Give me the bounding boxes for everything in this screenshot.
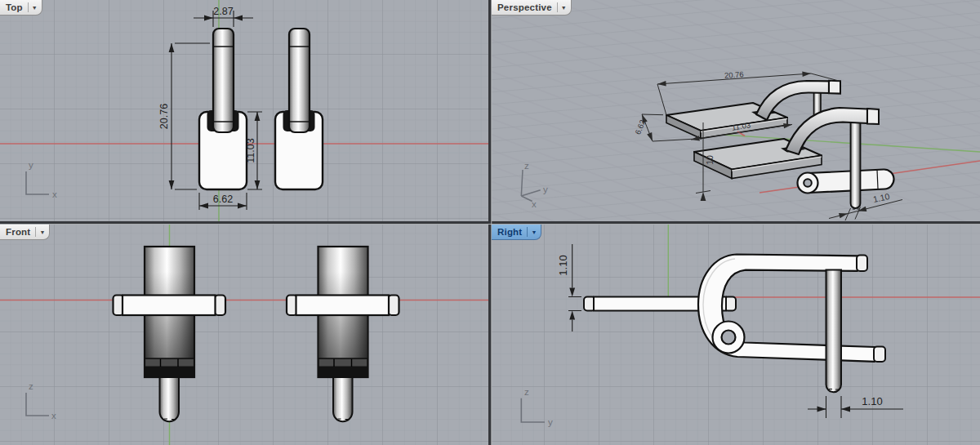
svg-text:y: y <box>548 417 553 427</box>
viewport-tab-front-label: Front <box>6 227 30 237</box>
chevron-down-icon[interactable]: ▼ <box>561 3 567 11</box>
viewport-tab-perspective-label: Perspective <box>497 2 552 12</box>
chevron-down-icon[interactable]: ▼ <box>39 228 45 235</box>
viewport-perspective[interactable]: 20.76 6.62 11.03 10 1.10 z y <box>490 0 980 221</box>
viewport-tab-top-label: Top <box>6 2 23 12</box>
viewports-canvas: 2.87 20.76 11.03 6.62 y x <box>0 0 980 445</box>
svg-text:z: z <box>524 387 529 397</box>
svg-text:z: z <box>524 161 529 171</box>
viewport-top[interactable]: 2.87 20.76 11.03 6.62 y x <box>0 0 489 221</box>
viewport-tab-right-label: Right <box>497 227 522 237</box>
tab-divider <box>557 2 558 12</box>
svg-text:y: y <box>29 160 33 170</box>
svg-text:y: y <box>543 185 548 194</box>
svg-text:1.10: 1.10 <box>862 395 882 407</box>
viewport-tab-top[interactable]: Top ▼ <box>0 0 42 16</box>
svg-text:20.76: 20.76 <box>158 104 170 129</box>
svg-text:10: 10 <box>705 155 715 165</box>
viewport-right[interactable]: 1.10 1.10 z y <box>490 223 980 445</box>
viewport-tab-right[interactable]: Right ▼ <box>492 225 541 240</box>
tab-divider <box>28 2 29 12</box>
viewport-tab-front[interactable]: Front ▼ <box>0 225 50 240</box>
chevron-down-icon[interactable]: ▼ <box>32 3 38 11</box>
chevron-down-icon[interactable]: ▼ <box>531 228 537 235</box>
svg-text:1.10: 1.10 <box>557 255 569 275</box>
viewport-tab-perspective[interactable]: Perspective ▼ <box>492 0 572 16</box>
svg-text:x: x <box>51 411 56 421</box>
front-grid <box>0 223 489 445</box>
svg-text:x: x <box>532 199 537 209</box>
svg-text:x: x <box>52 189 57 199</box>
viewport-front[interactable]: z x <box>0 223 489 445</box>
svg-text:6.62: 6.62 <box>213 194 233 205</box>
tab-divider <box>527 227 528 237</box>
svg-text:20.76: 20.76 <box>724 69 744 80</box>
svg-text:2.87: 2.87 <box>213 6 233 17</box>
tab-divider <box>35 227 36 237</box>
svg-text:11.03: 11.03 <box>245 138 256 162</box>
cad-window: 2.87 20.76 11.03 6.62 y x <box>0 0 980 445</box>
svg-text:z: z <box>29 381 33 391</box>
